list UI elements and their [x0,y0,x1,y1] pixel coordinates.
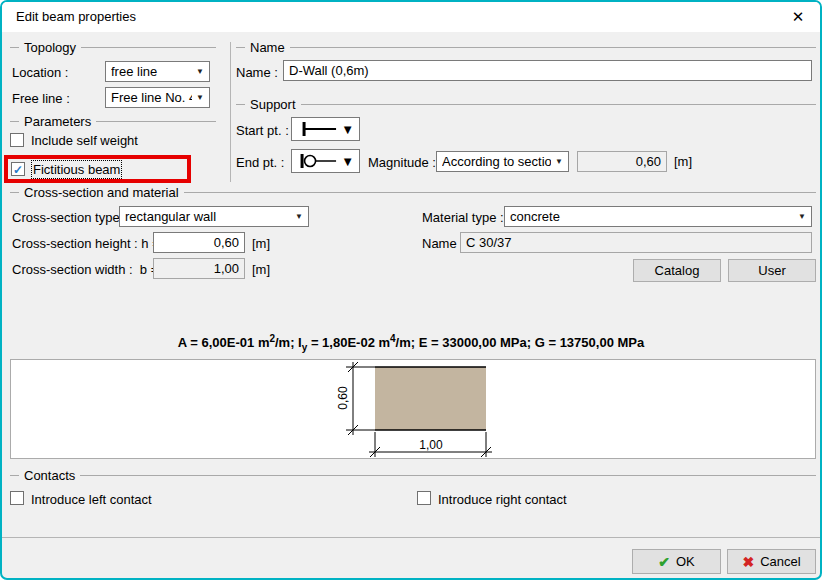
hinged-support-icon [297,152,341,170]
footer-separator [2,537,820,538]
cross-section-height-input[interactable]: 0,60 [153,232,245,253]
dropdown-arrow-icon: ▼ [196,93,204,102]
caption-dash [10,192,19,193]
cross-section-height-label: Cross-section height : h = [12,236,160,251]
dropdown-arrow-icon: ▼ [341,122,354,137]
section-rectangle [375,367,486,430]
height-unit-label: [m] [252,236,270,251]
dialog-title: Edit beam properties [16,2,136,32]
location-label: Location : [12,65,68,80]
caption-line [184,192,816,193]
magnitude-value: According to section [442,154,551,169]
title-bar: Edit beam properties ✕ [2,2,820,32]
caption-line [301,104,816,105]
magnitude-length-field: 0,60 [577,151,667,172]
cancel-x-icon: ✖ [742,554,754,570]
magnitude-label: Magnitude : [368,155,436,170]
width-unit-label: [m] [252,262,270,277]
include-self-weight-label: Include self weight [31,133,138,148]
magnitude-select[interactable]: According to section ▼ [436,151,569,172]
dropdown-arrow-icon: ▼ [341,154,354,169]
close-icon[interactable]: ✕ [786,5,810,29]
dropdown-arrow-icon: ▼ [555,157,563,166]
edit-beam-properties-dialog: Edit beam properties ✕ Topology Location… [0,0,822,580]
formula-part: /m; I [275,335,302,350]
material-name-label: Name : [422,236,464,251]
support-group-caption: Support [236,97,816,112]
caption-dash [10,475,19,476]
catalog-button-label: Catalog [655,263,700,278]
introduce-left-contact-label: Introduce left contact [31,492,152,507]
formula-part: A = 6,00E-01 m [178,335,270,350]
caption-dash [236,104,245,105]
free-line-select[interactable]: Free line No. 4 ▼ [105,87,210,108]
user-button[interactable]: User [728,259,816,282]
introduce-right-contact-label: Introduce right contact [438,492,567,507]
check-icon: ✓ [13,163,23,177]
name-caption-label: Name [250,40,290,55]
formula-part: /m; E = 33000,00 MPa; G = 13750,00 MPa [396,335,645,350]
height-dimension-text: 0,60 [336,386,350,410]
material-type-value: concrete [510,209,794,224]
cancel-button-label: Cancel [760,554,800,569]
cross-section-type-label: Cross-section type : [12,210,127,225]
caption-line [81,47,216,48]
user-button-label: User [758,263,785,278]
caption-dash [236,47,245,48]
catalog-button[interactable]: Catalog [633,259,721,282]
end-pt-select[interactable]: ▼ [291,149,360,173]
cross-section-drawing: 0,60 1,00 [11,360,815,458]
contacts-group-caption: Contacts [10,468,816,483]
ok-button-label: OK [676,554,695,569]
start-pt-label: Start pt. : [236,123,289,138]
cross-section-width-field: 1,00 [153,258,245,279]
topology-caption-label: Topology [24,40,81,55]
section-properties-formula: A = 6,00E-01 m2/m; Iy = 1,80E-02 m4/m; E… [2,333,820,353]
ok-check-icon: ✔ [658,554,670,570]
free-line-value: Free line No. 4 [111,90,192,105]
material-type-label: Material type : [422,210,504,225]
free-line-label: Free line : [12,91,70,106]
fixed-support-icon [297,121,341,137]
parameters-group-caption: Parameters [10,114,216,129]
name-label: Name : [236,65,278,80]
start-pt-select[interactable]: ▼ [291,117,360,141]
magnitude-unit-label: [m] [674,154,692,169]
dropdown-arrow-icon: ▼ [295,212,303,221]
fictitious-beam-label: Fictitious beam [33,162,120,177]
dropdown-arrow-icon: ▼ [798,212,806,221]
caption-line [96,121,216,122]
cross-section-drawing-area: 0,60 1,00 [10,359,816,459]
include-self-weight-checkbox[interactable] [10,133,24,147]
caption-line [290,47,816,48]
width-dimension-text: 1,00 [419,438,443,452]
caption-dash [10,47,19,48]
fictitious-beam-checkbox[interactable]: ✓ [11,162,25,176]
material-type-select[interactable]: concrete ▼ [504,206,812,227]
column-divider [230,42,231,182]
formula-part: = 1,80E-02 m [307,335,390,350]
parameters-caption-label: Parameters [24,114,96,129]
material-name-field: C 30/37 [460,232,812,253]
end-pt-label: End pt. : [236,155,284,170]
contacts-caption-label: Contacts [24,468,80,483]
cancel-button[interactable]: ✖ Cancel [727,549,816,574]
introduce-right-contact-checkbox[interactable] [417,491,431,505]
dropdown-arrow-icon: ▼ [196,67,204,76]
name-group-caption: Name [236,40,816,55]
topology-group-caption: Topology [10,40,216,55]
cross-section-type-value: rectangular wall [125,209,291,224]
cross-section-type-select[interactable]: rectangular wall ▼ [119,206,309,227]
caption-line [80,475,816,476]
location-value: free line [111,64,192,79]
cross-section-group-caption: Cross-section and material [10,185,816,200]
cross-section-width-label: Cross-section width : b = [12,262,158,277]
ok-button[interactable]: ✔ OK [632,549,721,574]
caption-dash [10,121,19,122]
support-caption-label: Support [250,97,301,112]
beam-name-input[interactable]: D-Wall (0,6m) [283,60,812,81]
location-select[interactable]: free line ▼ [105,61,210,82]
introduce-left-contact-checkbox[interactable] [10,491,24,505]
cross-section-caption-label: Cross-section and material [24,185,184,200]
